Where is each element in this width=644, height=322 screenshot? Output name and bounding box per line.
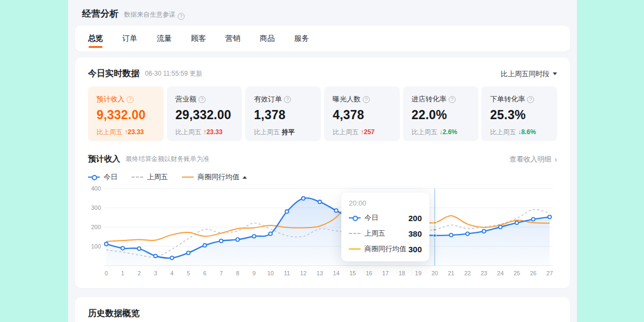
x-axis-label: 14 [333,270,339,276]
page-header: 经营分析 数据来自生意参谋? [68,0,577,26]
x-axis-label: 20 [431,270,438,276]
today-point-marker [531,217,535,221]
kpi-label: 有效订单? [254,94,312,104]
kpi-value: 29,332.00 [175,108,234,122]
today-point-marker [482,230,486,233]
kpi-compare: 比上周五↑23.33 [97,128,155,137]
kpi-label: 营业额? [175,94,234,104]
x-axis-label: 21 [448,270,454,276]
x-axis-label: 26 [530,270,536,276]
kpi-card-valid-orders: 有效订单? 1,378 比上周五持平 [245,86,321,141]
today-point-marker [187,251,190,254]
kpi-compare-prefix: 比上周五 [97,128,122,136]
kpi-delta: 持平 [282,128,295,136]
x-axis-label: 10 [267,270,274,276]
tab-traffic[interactable]: 流量 [151,26,177,52]
chart-tooltip: 20:00 今日 200 上周五 380 商圈同行均值 300 [341,193,429,261]
tab-bar: 总览 订单 流量 顾客 营销 商品 服务 [75,26,570,52]
tab-marketing[interactable]: 营销 [220,26,246,52]
x-axis-label: 15 [349,270,356,276]
compare-period-dropdown[interactable]: 比上周五同时段 [501,69,557,79]
today-point-marker [236,238,239,241]
legend-label: 今日 [104,172,118,182]
today-highlight-dot [433,234,436,237]
realtime-panel: 今日实时数据 06-30 11:55:59 更新 比上周五同时段 预计收入? 9… [75,57,570,288]
kpi-compare-prefix: 比上周五 [490,128,516,136]
y-axis-label: 200 [91,224,101,230]
tab-overview[interactable]: 总览 [83,26,108,52]
income-detail-link[interactable]: 查看收入明细 › [509,155,557,164]
x-axis-label: 1 [121,270,125,276]
kpi-card-entry-conversion: 进店转化率? 22.0% 比上周五↓2.6% [403,86,479,141]
kpi-compare: 比上周五↑23.33 [175,128,234,137]
help-icon[interactable]: ? [178,13,185,20]
content-column: 经营分析 数据来自生意参谋? 总览 订单 流量 顾客 营销 商品 服务 今日实时… [68,0,577,322]
realtime-updated: 06-30 11:55:59 更新 [145,69,202,78]
kpi-value: 22.0% [412,108,470,122]
legend-item-peer-average[interactable]: 商圈同行均值 [182,172,247,182]
x-axis-label: 12 [300,270,306,276]
realtime-title: 今日实时数据 [88,68,140,79]
x-axis-label: 4 [170,270,173,276]
tab-orders[interactable]: 订单 [117,26,143,52]
today-point-marker [466,232,469,235]
help-icon[interactable]: ? [527,96,534,103]
kpi-label-text: 营业额 [175,94,196,104]
kpi-value: 1,378 [254,108,312,122]
income-note: 最终结算金额以财务账单为准 [126,155,209,164]
legend-item-last-friday[interactable]: 上周五 [131,172,168,182]
tab-products[interactable]: 商品 [254,26,280,52]
last-friday-highlight-dot [433,228,436,231]
page-subtitle: 数据来自生意参谋? [124,10,185,20]
income-detail-link-text: 查看收入明细 [509,155,551,164]
x-axis-label: 3 [154,270,157,276]
help-icon[interactable]: ? [127,96,134,103]
kpi-compare: 比上周五↓2.6% [412,128,470,137]
tooltip-series-value: 300 [408,245,422,254]
tooltip-series-name: 上周五 [364,229,408,238]
kpi-delta: ↓8.6% [518,128,536,136]
kpi-label: 进店转化率? [412,94,470,104]
chevron-up-icon[interactable] [243,176,247,179]
history-panel: 历史数据概览 [75,297,570,322]
tooltip-time: 20:00 [349,199,422,207]
kpi-label: 曝光人数? [333,94,391,104]
y-axis-label: 300 [91,204,101,211]
help-icon[interactable]: ? [284,96,291,103]
kpi-delta: ↑257 [361,128,375,136]
kpi-compare-prefix: 比上周五 [175,128,201,136]
income-line-chart[interactable]: 1002003004000123456789101112131415161718… [88,186,558,283]
kpi-compare-prefix: 比上周五 [412,128,437,136]
kpi-compare-prefix: 比上周五 [254,128,280,136]
kpi-delta: ↓2.6% [440,128,457,136]
help-icon[interactable]: ? [199,96,206,103]
income-chart: 1002003004000123456789101112131415161718… [88,186,557,283]
x-axis-label: 13 [317,270,323,276]
x-axis-label: 27 [546,270,553,276]
legend-label: 上周五 [147,172,168,182]
kpi-row: 预计收入? 9,332.00 比上周五↑23.33 营业额? 29,332.00… [88,86,557,141]
x-axis-label: 23 [481,270,487,276]
chevron-down-icon [553,72,557,75]
tooltip-series-value: 200 [408,214,422,223]
kpi-label-text: 下单转化率 [490,94,525,104]
kpi-label-text: 进店转化率 [412,94,447,104]
history-title: 历史数据概览 [88,309,140,318]
tab-service[interactable]: 服务 [289,26,314,52]
x-axis-label: 7 [219,270,223,276]
legend-item-today[interactable]: 今日 [88,172,118,182]
kpi-compare: 比上周五↓8.6% [490,128,548,137]
x-axis-label: 5 [187,270,190,276]
tooltip-series-name: 今日 [364,213,408,223]
tab-customers[interactable]: 顾客 [186,26,211,52]
x-axis-label: 0 [105,270,108,276]
chart-legend: 今日 上周五 商圈同行均值 [88,172,557,182]
kpi-card-revenue: 营业额? 29,332.00 比上周五↑23.33 [167,86,243,141]
x-axis-label: 25 [514,270,520,276]
help-icon[interactable]: ? [363,96,370,103]
y-axis-label: 400 [91,186,101,192]
last-friday-line-icon [349,233,361,234]
help-icon[interactable]: ? [449,96,456,103]
kpi-delta: ↑23.33 [203,128,223,136]
today-point-marker [515,221,518,224]
